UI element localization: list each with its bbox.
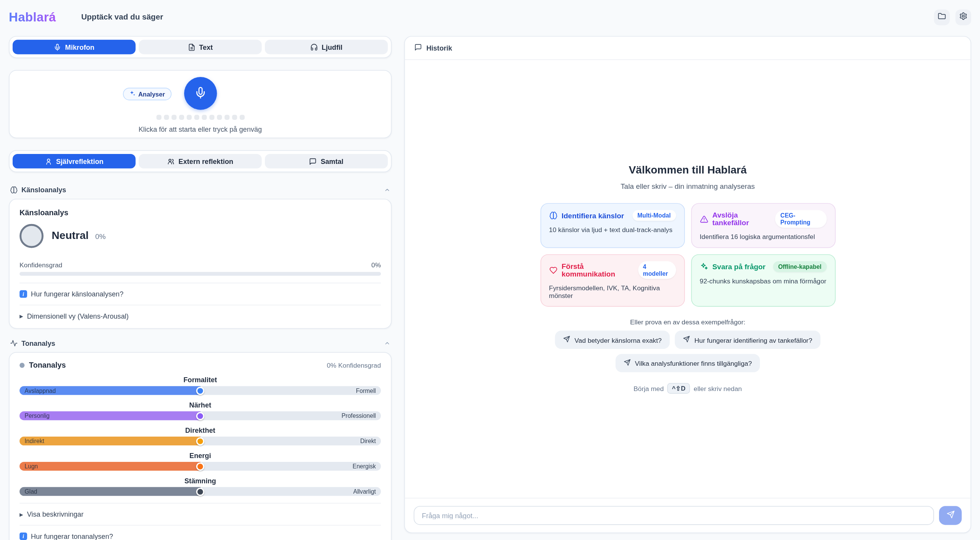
- chat-panel: Historik Välkommen till Hablará Tala ell…: [404, 36, 971, 533]
- tone-slider-knob[interactable]: [196, 488, 204, 496]
- settings-button[interactable]: [956, 9, 971, 25]
- example-question-label: Vilka analysfunktioner finns tillgänglig…: [635, 359, 752, 367]
- analyser-badge-label: Analyser: [138, 90, 165, 97]
- tone-sliders: FormalitetAvslappnadFormellNärhetPersonl…: [20, 376, 381, 496]
- app-logo: Hablará: [9, 10, 56, 25]
- tone-slider-knob[interactable]: [196, 386, 204, 394]
- tab-självreflektion[interactable]: Självreflektion: [13, 154, 136, 169]
- feature-description: 92-chunks kunskapsbas om mina förmågor: [700, 277, 826, 285]
- keyboard-shortcut: ^⇧D: [668, 383, 690, 394]
- user-icon: [45, 157, 52, 165]
- message-input[interactable]: [414, 506, 934, 525]
- audio-level-dot: [201, 115, 206, 120]
- emotion-how-label: Hur fungerar känsloanalysen?: [31, 290, 124, 298]
- record-button[interactable]: [184, 77, 217, 110]
- history-label: Historik: [426, 44, 452, 52]
- gear-icon: [959, 12, 967, 22]
- tone-right-label: Professionell: [341, 412, 376, 419]
- feature-badge: Offline-kapabel: [773, 261, 826, 272]
- tone-right-label: Formell: [356, 387, 376, 394]
- tone-slider-stämning[interactable]: GladAllvarligt: [20, 487, 381, 496]
- tab-extern-reflektion[interactable]: Extern reflektion: [139, 154, 261, 169]
- example-question-1[interactable]: Vad betyder känslorna exakt?: [555, 331, 670, 349]
- tone-slider-knob[interactable]: [196, 412, 204, 420]
- chevron-up-icon[interactable]: [384, 187, 390, 193]
- tone-right-label: Allvarligt: [353, 488, 376, 495]
- folder-button[interactable]: [934, 9, 950, 25]
- tab-text[interactable]: Text: [139, 40, 261, 54]
- example-question-3[interactable]: Vilka analysfunktioner finns tillgänglig…: [616, 354, 760, 372]
- tone-axis-name: Närhet: [20, 401, 381, 409]
- analyser-badge: Analyser: [123, 88, 172, 100]
- reflection-mode-tabs: SjälvreflektionExtern reflektionSamtal: [9, 150, 392, 172]
- show-descriptions-label: Visa beskrivningar: [27, 511, 83, 518]
- tone-slider-formalitet[interactable]: AvslappnadFormell: [20, 386, 381, 395]
- brain-icon: [10, 186, 18, 194]
- tone-section-title: Tonanalys: [21, 339, 55, 347]
- confidence-bar: [20, 272, 381, 276]
- tone-section-header[interactable]: Tonanalys: [10, 337, 390, 349]
- tab-ljudfil[interactable]: Ljudfil: [265, 40, 388, 54]
- tab-samtal[interactable]: Samtal: [265, 154, 388, 169]
- audio-level-dot: [186, 115, 191, 120]
- tone-slider-knob[interactable]: [196, 462, 204, 470]
- tab-label: Mikrofon: [65, 43, 95, 51]
- audio-level-dot: [239, 115, 244, 120]
- top-bar: Hablará Upptäck vad du säger: [9, 9, 971, 25]
- chat-icon: [309, 157, 317, 165]
- dimensional-view-toggle[interactable]: ▶ Dimensionell vy (Valens-Arousal): [20, 312, 381, 320]
- example-questions: Vad betyder känslorna exakt?Hur fungerar…: [511, 331, 864, 372]
- send-icon: [563, 335, 570, 344]
- shortcut-prefix: Börja med: [634, 385, 664, 392]
- tone-axis-name: Direkthet: [20, 427, 381, 434]
- send-icon: [946, 511, 954, 520]
- feature-description: Fyrsidersmodellen, IVK, TA, Kognitiva mö…: [549, 284, 676, 299]
- emotion-section-header[interactable]: Känsloanalys: [10, 184, 390, 196]
- shortcut-suffix: eller skriv nedan: [694, 385, 742, 392]
- example-question-2[interactable]: Hur fungerar identifiering av tankefällo…: [675, 331, 820, 349]
- tone-axis-name: Energi: [20, 452, 381, 460]
- emotion-name: Neutral: [52, 230, 89, 242]
- tone-slider-energi[interactable]: LugnEnergisk: [20, 462, 381, 471]
- tone-axis-name: Stämning: [20, 477, 381, 484]
- emotion-card-title: Känsloanalys: [20, 208, 381, 217]
- record-hint: Klicka för att starta eller tryck på gen…: [10, 126, 391, 133]
- show-descriptions-toggle[interactable]: ▶ Visa beskrivningar: [20, 511, 381, 518]
- tone-slider-knob[interactable]: [196, 437, 204, 445]
- send-button[interactable]: [939, 506, 962, 525]
- tab-label: Samtal: [321, 157, 343, 165]
- feature-title: Svara på frågor: [712, 263, 766, 270]
- audio-level-dot: [194, 115, 199, 120]
- send-icon: [683, 335, 690, 344]
- emotion-indicator-circle: [20, 224, 44, 248]
- file-text-icon: [188, 43, 195, 51]
- tab-mikrofon[interactable]: Mikrofon: [13, 40, 136, 54]
- brain-icon: [549, 211, 557, 219]
- sparkles-icon: [129, 90, 136, 98]
- tone-slider-direkthet[interactable]: IndirektDirekt: [20, 437, 381, 445]
- feature-card-förstå-kommunikation: Förstå kommunikation4 modellerFyrsidersm…: [540, 254, 684, 307]
- feature-cards: Identifiera känslorMulti-Modal10 känslor…: [540, 203, 835, 306]
- tone-slider-närhet[interactable]: PersonligProfessionell: [20, 411, 381, 420]
- send-icon: [624, 359, 630, 367]
- info-icon: i: [20, 290, 27, 298]
- app-root: Hablará Upptäck vad du säger MikrofonTex…: [0, 0, 980, 540]
- tone-confidence: 0% Konfidensgrad: [327, 362, 381, 369]
- message-input-bar: [405, 498, 971, 533]
- triangle-right-icon: ▶: [20, 511, 23, 517]
- chevron-up-icon[interactable]: [384, 340, 390, 346]
- feature-title: Förstå kommunikation: [562, 262, 634, 278]
- triangle-right-icon: ▶: [20, 313, 23, 319]
- tone-how-link[interactable]: i Hur fungerar tonanalysen?: [20, 532, 381, 540]
- feature-badge: Multi-Modal: [632, 210, 676, 221]
- tone-axis-name: Formalitet: [20, 376, 381, 384]
- example-question-label: Hur fungerar identifiering av tankefällo…: [694, 336, 812, 344]
- tone-left-label: Indirekt: [24, 437, 44, 444]
- emotion-how-link[interactable]: i Hur fungerar känsloanalysen?: [20, 290, 381, 298]
- feature-title: Avslöja tankefällor: [712, 211, 771, 227]
- audio-level-dot: [164, 115, 169, 120]
- feature-badge: CEG-Prompting: [775, 210, 826, 228]
- tone-left-label: Avslappnad: [24, 387, 56, 394]
- emotion-percent: 0%: [95, 233, 106, 241]
- feature-card-identifiera-känslor: Identifiera känslorMulti-Modal10 känslor…: [540, 203, 684, 248]
